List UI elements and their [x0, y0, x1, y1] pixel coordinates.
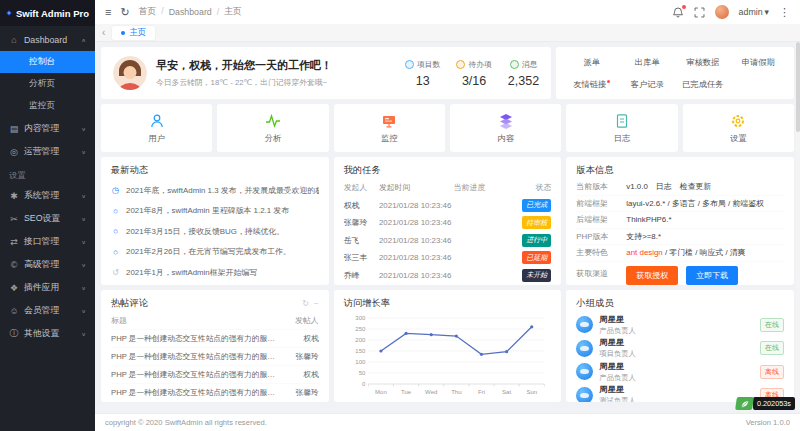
- quick-link-customer-records[interactable]: 客户记录: [620, 79, 675, 90]
- plugin-icon: ❖: [9, 283, 19, 293]
- sidebar-item-label: SEO设置: [24, 213, 60, 225]
- shortcut-monitor[interactable]: 监控: [334, 104, 445, 152]
- app-logo[interactable]: Swift Admin Pro: [0, 0, 95, 26]
- version-value: ThinkPHP6.*: [626, 215, 671, 224]
- changelog-link[interactable]: 日志: [656, 181, 672, 192]
- shortcut-content[interactable]: 内容: [450, 104, 561, 152]
- shortcut-users[interactable]: 用户: [101, 104, 212, 152]
- svg-text:Mon: Mon: [375, 389, 387, 395]
- online-status-badge: 在线: [760, 341, 784, 355]
- pulse-icon: [265, 113, 281, 129]
- comment-title: PHP 是一种创建动态交互性站点的强有力的服务器端脚本语言: [111, 388, 287, 398]
- news-text: 2021年8月，swiftAdmin 里程碑版本 1.2.1 发布: [126, 205, 289, 216]
- shortcut-settings[interactable]: 设置: [683, 104, 794, 152]
- user-avatar[interactable]: [715, 5, 729, 19]
- shortcut-label: 监控: [381, 133, 398, 144]
- tab-scroll-left-icon[interactable]: ‹: [102, 27, 105, 38]
- history-icon: ↺: [111, 267, 120, 277]
- sidebar-item-dashboard[interactable]: ⌂ Dashboard ∧: [0, 28, 95, 51]
- quick-link-friend-links[interactable]: 友情链接: [564, 79, 619, 90]
- get-license-button[interactable]: 获取授权: [626, 266, 678, 285]
- user-menu[interactable]: admin ▾: [739, 7, 769, 17]
- version-row: 当前版本 v1.0.0 日志 检查更新: [576, 179, 784, 196]
- breadcrumb-current: 主页: [224, 6, 242, 18]
- panel-refresh-icon[interactable]: ↻: [302, 299, 309, 308]
- sidebar-item-api[interactable]: ⇄ 接口管理 ∨: [0, 230, 95, 253]
- stat-value: 3/16: [456, 74, 491, 88]
- more-options-icon[interactable]: ⋮: [779, 7, 790, 18]
- quick-link-dispatch[interactable]: 派单: [564, 57, 619, 68]
- member-avatar: [576, 387, 593, 402]
- member-role: 产品负责人: [599, 373, 635, 383]
- clock-icon: ◷: [111, 185, 120, 195]
- fullscreen-icon[interactable]: [694, 7, 705, 18]
- topbar-right: admin ▾ ⋮: [672, 5, 790, 19]
- stat-label: 项目数: [417, 59, 440, 70]
- quick-link-leave[interactable]: 申请假期: [731, 57, 786, 68]
- sidebar-item-plugin[interactable]: ❖ 插件应用 ∨: [0, 276, 95, 299]
- comment-row: PHP 是一种创建动态交互性站点的强有力的服务器端脚本语言 权栈: [111, 366, 319, 384]
- task-initiator: 乔峰: [344, 270, 379, 281]
- quick-link-completed-tasks[interactable]: 已完成任务: [675, 79, 730, 90]
- sidebar-subitem-monitor[interactable]: 监控页: [0, 95, 95, 117]
- sidebar-subitem-console[interactable]: 控制台: [0, 51, 95, 73]
- quick-link-audit[interactable]: 审核数据: [675, 57, 730, 68]
- sidebar-item-member[interactable]: ☺ 会员管理 ∨: [0, 299, 95, 322]
- user-icon: [149, 113, 165, 129]
- svg-text:Tue: Tue: [401, 389, 412, 395]
- member-name: 周星星: [599, 361, 635, 372]
- operation-icon: ◎: [9, 147, 19, 157]
- system-icon: ✱: [9, 191, 19, 201]
- sidebar-item-seo[interactable]: ✂ SEO设置 ∨: [0, 207, 95, 230]
- tab-home[interactable]: 主页: [112, 26, 155, 40]
- comment-row: PHP 是一种创建动态交互性站点的强有力的服务器端脚本语言 权栈: [111, 330, 319, 348]
- svg-text:150: 150: [355, 348, 366, 354]
- sidebar-item-advanced[interactable]: © 高级管理 ∨: [0, 253, 95, 276]
- scrollbar[interactable]: [796, 42, 800, 412]
- check-update-link[interactable]: 检查更新: [680, 181, 712, 192]
- shortcut-analysis[interactable]: 分析: [217, 104, 328, 152]
- layers-icon: [498, 113, 514, 129]
- api-icon: ⇄: [9, 237, 19, 247]
- col-header: 状态: [520, 182, 551, 193]
- quick-link-label: 友情链接: [573, 79, 606, 89]
- sidebar-subitem-analysis[interactable]: 分析页: [0, 73, 95, 95]
- breadcrumb-dashboard[interactable]: Dashboard: [169, 7, 225, 17]
- breadcrumb-home[interactable]: 首页: [139, 6, 169, 18]
- chevron-down-icon: ∨: [81, 148, 86, 154]
- sidebar-item-content[interactable]: ▤ 内容管理 ∨: [0, 117, 95, 140]
- panel-title: 最新动态: [111, 164, 148, 177]
- chevron-down-icon: ∨: [81, 330, 86, 336]
- member-row: 周星星产品负责人 离线: [576, 360, 784, 384]
- sidebar-item-operation[interactable]: ◎ 运营管理 ∨: [0, 140, 95, 163]
- my-tasks-panel: 我的任务 发起人 发起时间 当前进度 状态 权栈 2021/01/28 10:2…: [334, 157, 562, 285]
- chevron-down-icon: ∨: [81, 284, 86, 290]
- notifications-bell-icon[interactable]: [672, 6, 684, 19]
- task-time: 2021/01/28 10:23:46: [379, 253, 454, 262]
- sidebar-item-other[interactable]: ⓘ 其他设置 ∨: [0, 322, 95, 345]
- quick-link-outbound[interactable]: 出库单: [620, 57, 675, 68]
- version-label: PHP版本: [576, 231, 626, 242]
- sidebar-item-label: 系统管理: [24, 190, 59, 202]
- app-title: Swift Admin Pro: [16, 8, 89, 19]
- red-dot-badge: [607, 80, 610, 83]
- refresh-icon[interactable]: ↻: [120, 7, 129, 18]
- sidebar-item-system[interactable]: ✱ 系统管理 ∨: [0, 184, 95, 207]
- version-label: 获取渠道: [576, 268, 626, 279]
- download-button[interactable]: 立即下载: [686, 266, 738, 285]
- status-badge: 待审核: [522, 216, 551, 229]
- panel-minimize-icon[interactable]: −: [314, 299, 319, 308]
- version-text: Version 1.0.0: [746, 418, 790, 427]
- collapse-sidebar-icon[interactable]: ≡: [105, 7, 111, 18]
- task-row: 乔峰 2021/01/28 10:23:46 未开始: [344, 267, 552, 285]
- seo-icon: ✂: [9, 214, 19, 224]
- stat-projects: 项目数 13: [405, 59, 440, 88]
- shortcut-logs[interactable]: 日志: [566, 104, 677, 152]
- comment-title: PHP 是一种创建动态交互性站点的强有力的服务器端脚本语言: [111, 370, 287, 380]
- version-label: 后端框架: [576, 214, 626, 225]
- panel-title: 我的任务: [344, 164, 381, 177]
- scrollbar-thumb[interactable]: [796, 42, 800, 132]
- todo-icon: [456, 60, 465, 69]
- quick-links-card: 派单 出库单 审核数据 申请假期 友情链接 客户记录 已完成任务: [556, 47, 794, 99]
- circle-dot-icon: ○: [111, 247, 120, 257]
